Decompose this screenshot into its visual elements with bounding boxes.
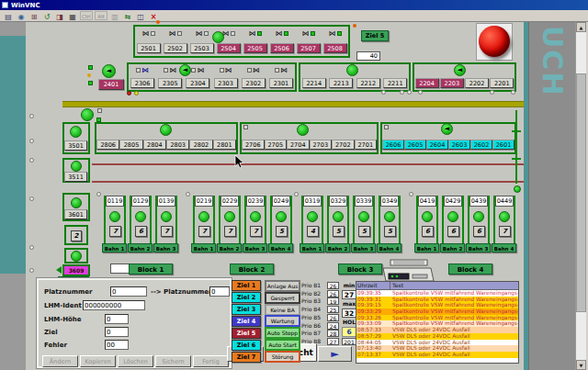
station-label-2305[interactable]: 2305 <box>158 78 182 88</box>
nav-right-button[interactable]: ► <box>318 346 352 362</box>
station-label-3511[interactable]: 3511 <box>64 172 87 182</box>
close-icon[interactable]: × <box>148 11 159 21</box>
station-label-2602[interactable]: 2602 <box>470 140 492 150</box>
station-label-2202[interactable]: 2202 <box>465 78 489 88</box>
action-button-ändern[interactable]: Ändern <box>42 355 78 367</box>
bahn-label[interactable]: Bahn 4 <box>268 243 293 252</box>
bahn-label[interactable]: Bahn 2 <box>325 243 350 252</box>
bahn-label[interactable]: Bahn 2 <box>440 243 465 252</box>
emergency-stop-button[interactable] <box>479 26 510 57</box>
station-label-2401[interactable]: 2401 <box>98 79 124 90</box>
action-button-löschen[interactable]: Löschen <box>118 355 153 367</box>
station-label-2806[interactable]: 2806 <box>96 140 119 150</box>
station-label-2301[interactable]: 2301 <box>269 78 293 88</box>
bahn-label[interactable]: Bahn 2 <box>217 243 242 252</box>
station-label-2306[interactable]: 2306 <box>130 78 154 88</box>
bahn-label[interactable]: Bahn 3 <box>243 243 267 252</box>
alt-key-button[interactable]: Alt <box>95 11 107 20</box>
station-label-2303[interactable]: 2303 <box>214 78 238 88</box>
fullscreen-icon[interactable]: ⊞ <box>28 11 40 21</box>
mode-button-wartung[interactable]: Wartung <box>266 316 300 326</box>
platznummer-input[interactable] <box>110 286 147 297</box>
bahn-label[interactable]: Bahn 3 <box>153 243 178 252</box>
alarm-message-table[interactable]: Uhrzeit Text 09:39:35Spaltkontrolle VSW … <box>356 281 519 364</box>
ziel5-button[interactable]: Ziel 5 <box>361 30 389 41</box>
station-label-2601[interactable]: 2601 <box>492 140 514 150</box>
station-label-2201[interactable]: 2201 <box>490 78 514 88</box>
station-label-2701[interactable]: 2701 <box>355 140 378 150</box>
station-label-2803[interactable]: 2803 <box>166 140 189 150</box>
ziel-button-3[interactable]: Ziel 3 <box>232 304 261 315</box>
station-label-3609[interactable]: 3609 <box>62 264 90 276</box>
scroll-thumb[interactable] <box>576 73 586 312</box>
action-button-fertig[interactable]: Fertig <box>193 355 229 367</box>
message-row[interactable]: 09:39:15Spaltkontrolle VSW mitfahrend Wa… <box>356 302 518 308</box>
station-label-2802[interactable]: 2802 <box>189 140 212 150</box>
message-row[interactable]: 07:13:40VSW DLS oder 24VDC Ausfall <box>356 345 518 352</box>
fehler-input[interactable] <box>105 340 129 350</box>
transfer-icon[interactable]: ⇆ <box>122 11 133 21</box>
station-label-2804[interactable]: 2804 <box>143 140 166 150</box>
station-label-2801[interactable]: 2801 <box>213 140 236 150</box>
scroll-up-icon[interactable]: ▲ <box>576 22 586 32</box>
station-label-2702[interactable]: 2702 <box>332 140 355 150</box>
station-label-2504[interactable]: 2504 <box>217 43 241 53</box>
mode-button-anlage-aus[interactable]: Anlage Aus <box>266 281 300 291</box>
station-label-2212[interactable]: 2212 <box>356 78 380 88</box>
ziel-button-4[interactable]: Ziel 4 <box>232 316 261 327</box>
platznummer2-input[interactable] <box>209 286 230 297</box>
message-row[interactable]: 09:33:29Spaltkontrolle VSW mitfahrend Wa… <box>356 308 518 315</box>
ziel-button-7[interactable]: Ziel 7 <box>232 352 261 363</box>
ziel-button-2[interactable]: Ziel 2 <box>232 292 261 303</box>
message-row[interactable]: 09:33:26Spaltkontrolle VSW mitfahrend Wa… <box>356 315 518 321</box>
save-icon[interactable]: ◫ <box>135 11 146 21</box>
bahn-label[interactable]: Bahn 1 <box>102 243 127 252</box>
bahn-label[interactable]: Bahn 4 <box>492 243 516 252</box>
station-label-2501[interactable]: 2501 <box>137 43 161 53</box>
bahn-label[interactable]: Bahn 4 <box>377 243 401 252</box>
station-label-2603[interactable]: 2603 <box>448 140 470 150</box>
mode-button-keine-ba[interactable]: Keine BA <box>266 305 300 315</box>
mode-button-störung[interactable]: Störung <box>266 352 300 362</box>
station-label-2604[interactable]: 2604 <box>426 140 448 150</box>
station-label-2703[interactable]: 2703 <box>310 140 333 150</box>
ziel-input[interactable] <box>105 327 129 337</box>
message-row[interactable]: 09:33:09Spaltkontrolle VSW mitfahrend Wa… <box>356 320 518 327</box>
message-row[interactable]: 08:57:29VSW DLS oder 24VDC Ausfall <box>356 333 518 340</box>
bahn-label[interactable]: Bahn 1 <box>191 243 216 252</box>
station-label-2805[interactable]: 2805 <box>119 140 142 150</box>
station-label-3601[interactable]: 3601 <box>64 209 87 219</box>
bahn-label[interactable]: Bahn 3 <box>466 243 491 252</box>
ctrl-alt-del-icon[interactable]: ◨ <box>54 11 65 21</box>
mode-button-auto-stopp[interactable]: Auto Stopp <box>266 328 300 338</box>
message-row[interactable]: 08:57:33VSW DLS oder 24VDC Ausfall <box>356 327 518 333</box>
ziel-button-6[interactable]: Ziel 6 <box>232 340 261 351</box>
bahn-label[interactable]: Bahn 1 <box>414 243 439 252</box>
station-label-2508[interactable]: 2508 <box>323 43 347 53</box>
station-label-2503[interactable]: 2503 <box>190 43 214 53</box>
block-button[interactable]: Block 3 <box>338 263 382 275</box>
connection-info-icon[interactable]: ◉ <box>16 11 27 21</box>
lhm-hoehe-input[interactable] <box>105 314 129 324</box>
lhm-ident-input[interactable] <box>83 300 145 310</box>
bahn-label[interactable]: Bahn 1 <box>300 243 324 252</box>
mode-button-auto-start[interactable]: Auto Start <box>266 340 300 350</box>
message-row[interactable]: 09:39:35Spaltkontrolle VSW mitfahrend Wa… <box>356 290 518 297</box>
clipboard-icon[interactable]: ▥ <box>109 11 120 21</box>
station-label-2507[interactable]: 2507 <box>297 43 321 53</box>
station-label-2506[interactable]: 2506 <box>270 43 294 53</box>
scroll-down-icon[interactable]: ▼ <box>576 360 586 370</box>
station-label-2706[interactable]: 2706 <box>242 140 265 150</box>
action-button-kopieren[interactable]: Kopieren <box>80 355 116 367</box>
bahn-label[interactable]: Bahn 3 <box>351 243 376 252</box>
block-button[interactable]: Block 2 <box>230 263 274 275</box>
station-label-2705[interactable]: 2705 <box>265 140 288 150</box>
station-label-2502[interactable]: 2502 <box>164 43 187 53</box>
ziel-button-5[interactable]: Ziel 5 <box>232 328 261 339</box>
message-row[interactable]: 09:39:31Spaltkontrolle VSW mitfahrend Wa… <box>356 297 518 303</box>
block-button[interactable]: Block 4 <box>448 263 492 275</box>
mode-button-gesperrt[interactable]: Gesperrt <box>266 293 300 303</box>
station-label-2302[interactable]: 2302 <box>242 78 266 88</box>
station-label-2606[interactable]: 2606 <box>382 140 404 150</box>
window-icon[interactable]: ▦ <box>67 11 78 21</box>
